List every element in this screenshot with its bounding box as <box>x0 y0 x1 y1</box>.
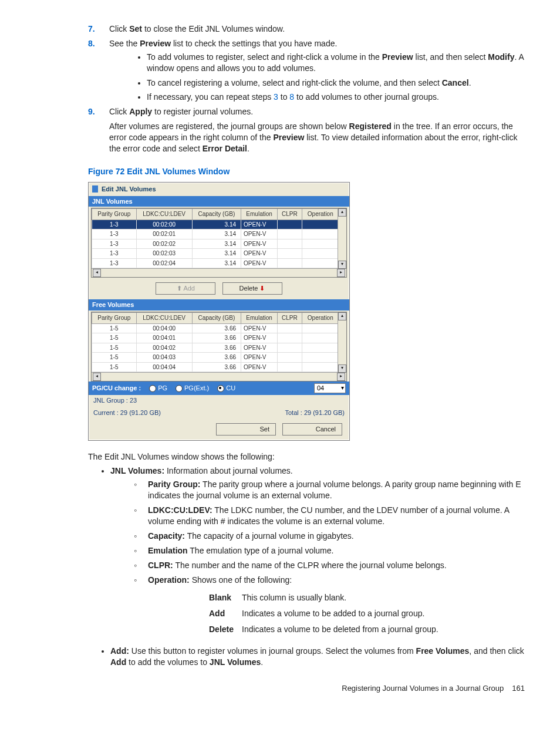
step-7: 7. Click Set to close the Edit JNL Volum… <box>88 23 525 35</box>
total-label: Total : 29 (91.20 GB) <box>285 409 345 417</box>
table-row[interactable]: 1-300:02:003.14OPEN-V <box>92 220 346 229</box>
figure-caption: Figure 72 Edit JNL Volumes Window <box>88 166 525 177</box>
column-header[interactable]: LDKC:CU:LDEV <box>136 209 192 220</box>
page-footer: Registering Journal Volumes in a Journal… <box>35 683 525 694</box>
step-8-bullets: To add volumes to register, select and r… <box>147 52 525 103</box>
column-header[interactable]: Capacity (GB) <box>192 313 241 324</box>
vertical-scrollbar[interactable]: ▴▾ <box>338 208 346 269</box>
table-row[interactable]: 1-500:04:033.66OPEN-V <box>92 353 346 363</box>
add-button[interactable]: ⬆ Add <box>156 282 215 295</box>
scroll-up-icon[interactable]: ▴ <box>338 208 346 217</box>
current-label: Current : 29 (91.20 GB) <box>93 409 161 417</box>
column-header[interactable]: Parity Group <box>92 209 137 220</box>
vertical-scrollbar[interactable]: ▴▾ <box>338 312 346 373</box>
delete-button[interactable]: Delete ⬇ <box>222 282 282 295</box>
down-arrow-icon: ⬇ <box>259 285 265 292</box>
up-arrow-icon: ⬆ <box>177 285 182 292</box>
radio-pg[interactable]: PG <box>149 384 167 393</box>
table-row[interactable]: 1-300:02:033.14OPEN-V <box>92 249 346 259</box>
scroll-down-icon[interactable]: ▾ <box>338 364 346 373</box>
step-8: 8. See the Preview list to check the set… <box>88 38 525 103</box>
dialog-title: Edit JNL Volumes <box>89 183 349 196</box>
main-steps: 7. Click Set to close the Edit JNL Volum… <box>88 23 525 154</box>
column-header[interactable]: Emulation <box>241 209 278 220</box>
column-header[interactable]: Emulation <box>241 313 278 324</box>
column-header[interactable]: Parity Group <box>92 313 137 324</box>
scroll-left-icon[interactable]: ◂ <box>93 269 101 277</box>
field-descriptions: JNL Volumes: Information about journal v… <box>110 465 525 667</box>
table-row[interactable]: 1-300:02:043.14OPEN-V <box>92 258 346 268</box>
radio-pg-ext[interactable]: PG(Ext.) <box>176 384 209 393</box>
table-row[interactable]: 1-500:04:043.66OPEN-V <box>92 362 346 372</box>
operation-table: BlankThis column is usually blank. AddIn… <box>209 590 447 637</box>
free-table: Parity GroupLDKC:CU:LDEVCapacity (GB)Emu… <box>92 312 346 372</box>
scroll-right-icon[interactable]: ▸ <box>337 269 345 277</box>
column-header[interactable]: LDKC:CU:LDEV <box>136 313 192 324</box>
free-volumes-bar: Free Volumes <box>89 299 349 310</box>
radio-cu[interactable]: CU <box>217 384 235 393</box>
intro-text: The Edit JNL Volumes window shows the fo… <box>88 451 525 463</box>
step-9: 9. Click Apply to register journal volum… <box>88 106 525 154</box>
horizontal-scrollbar[interactable]: ◂▸ <box>92 372 346 381</box>
table-row[interactable]: 1-500:04:023.66OPEN-V <box>92 343 346 353</box>
scroll-up-icon[interactable]: ▴ <box>338 312 346 320</box>
horizontal-scrollbar[interactable]: ◂▸ <box>92 268 346 277</box>
cancel-button[interactable]: Cancel <box>282 423 342 436</box>
column-header[interactable]: CLPR <box>278 313 302 324</box>
free-table-container: Parity GroupLDKC:CU:LDEVCapacity (GB)Emu… <box>91 312 347 382</box>
table-row[interactable]: 1-300:02:023.14OPEN-V <box>92 239 346 249</box>
table-row[interactable]: 1-300:02:013.14OPEN-V <box>92 229 346 239</box>
scroll-left-icon[interactable]: ◂ <box>93 373 101 381</box>
dialog-screenshot: Edit JNL Volumes JNL Volumes Parity Grou… <box>88 182 525 441</box>
set-button[interactable]: Set <box>216 423 276 436</box>
jnl-table-container: Parity GroupLDKC:CU:LDEVCapacity (GB)Emu… <box>91 208 347 278</box>
column-header[interactable]: Capacity (GB) <box>192 209 241 220</box>
column-header[interactable]: CLPR <box>278 209 302 220</box>
table-row[interactable]: 1-500:04:003.66OPEN-V <box>92 323 346 333</box>
scroll-right-icon[interactable]: ▸ <box>337 373 345 381</box>
jnl-table: Parity GroupLDKC:CU:LDEVCapacity (GB)Emu… <box>92 208 346 268</box>
window-icon <box>92 185 98 193</box>
jnl-group-label: JNL Group : 23 <box>89 395 349 406</box>
jnl-volumes-bar: JNL Volumes <box>89 196 349 207</box>
cu-combo[interactable]: 04 <box>314 383 346 393</box>
pgcu-change-row: PG/CU change : PG PG(Ext.) CU 04 <box>89 382 349 395</box>
scroll-down-icon[interactable]: ▾ <box>338 261 346 269</box>
table-row[interactable]: 1-500:04:013.66OPEN-V <box>92 333 346 343</box>
